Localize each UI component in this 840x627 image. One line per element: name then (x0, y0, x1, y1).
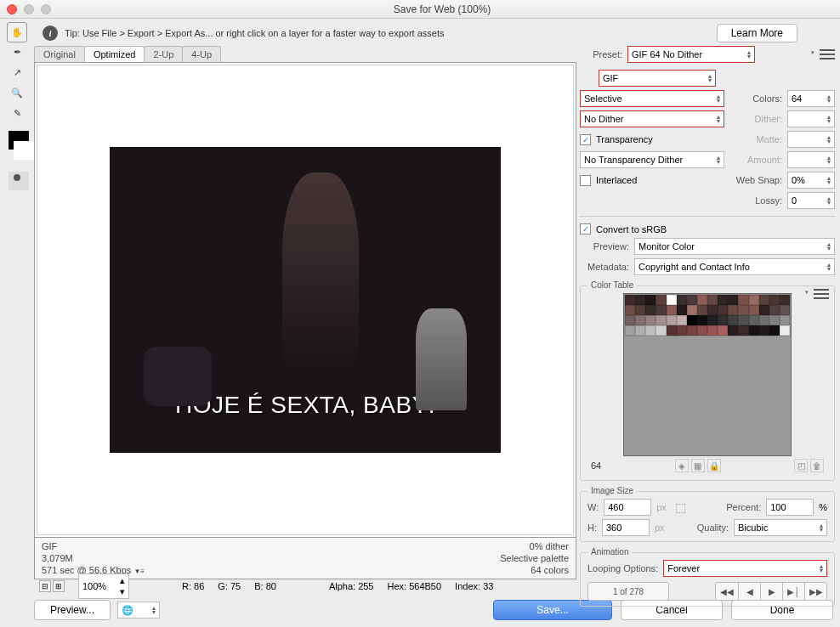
color-swatch[interactable] (759, 325, 769, 336)
learn-more-button[interactable]: Learn More (717, 24, 797, 42)
background-swatch[interactable] (14, 141, 34, 160)
color-swatch[interactable] (738, 305, 748, 315)
zoom-level-select[interactable]: 100%▴▾ (78, 573, 129, 599)
color-swatch[interactable] (738, 315, 748, 325)
color-swatch[interactable] (697, 305, 707, 315)
zoom-tool-icon[interactable]: 🔍 (7, 83, 27, 102)
percent-input[interactable]: 100 (766, 499, 814, 516)
dither-algorithm-select[interactable]: No Dither▴▾ (580, 110, 724, 127)
color-table-menu-icon[interactable] (814, 288, 829, 300)
color-swatch[interactable] (738, 325, 748, 336)
play-button[interactable]: ▶ (760, 583, 782, 600)
color-swatch[interactable] (625, 325, 635, 336)
color-swatch[interactable] (687, 325, 697, 336)
lossy-input[interactable]: 0▴▾ (787, 192, 835, 209)
color-swatch[interactable] (780, 325, 790, 336)
color-swatch[interactable] (656, 295, 666, 305)
color-swatch[interactable] (645, 325, 656, 336)
color-swatch[interactable] (697, 295, 707, 305)
color-swatch[interactable] (677, 315, 687, 325)
ct-delete-icon[interactable]: 🗑 (810, 459, 824, 472)
close-window-button[interactable] (7, 4, 17, 14)
quality-select[interactable]: Bicubic▴▾ (734, 519, 827, 536)
color-swatch[interactable] (667, 325, 677, 336)
zoom-window-button[interactable] (41, 4, 51, 14)
ct-lock-icon[interactable]: 🔒 (707, 459, 721, 472)
preset-menu-icon[interactable] (820, 48, 835, 60)
zoom-out-icon[interactable]: ⊟ (39, 580, 51, 592)
color-swatch[interactable] (635, 315, 645, 325)
color-swatch[interactable] (645, 295, 656, 305)
color-swatch[interactable] (645, 305, 656, 315)
color-swatch[interactable] (749, 295, 759, 305)
colors-input[interactable]: 64▴▾ (787, 90, 835, 107)
slice-tool-icon[interactable]: ✒︎ (7, 42, 27, 61)
color-swatch[interactable] (697, 325, 707, 336)
format-select[interactable]: GIF▴▾ (599, 70, 716, 87)
link-icon[interactable]: ⬚ (675, 500, 686, 514)
color-swatch[interactable] (677, 325, 687, 336)
color-swatch[interactable] (780, 295, 790, 305)
height-input[interactable]: 360 (602, 519, 650, 536)
color-swatch[interactable] (667, 315, 677, 325)
color-swatch[interactable] (749, 325, 759, 336)
websnap-input[interactable]: 0%▴▾ (787, 172, 835, 189)
color-swatch[interactable] (728, 295, 738, 305)
prev-frame-button[interactable]: ◀ (738, 583, 760, 600)
tab-optimized[interactable]: Optimized (84, 46, 145, 62)
looping-select[interactable]: Forever▴▾ (663, 560, 827, 577)
color-swatch[interactable] (728, 315, 738, 325)
srgb-checkbox[interactable]: ✓ (580, 223, 591, 234)
color-swatch[interactable] (769, 295, 780, 305)
tab-4up[interactable]: 4-Up (182, 46, 221, 62)
color-swatch[interactable] (718, 315, 728, 325)
color-swatch[interactable] (707, 305, 718, 315)
color-swatch[interactable] (697, 315, 707, 325)
color-swatch[interactable] (635, 325, 645, 336)
hand-tool-button[interactable]: ✋ (7, 22, 27, 42)
matte-select[interactable]: ▴▾ (787, 131, 835, 148)
color-swatch[interactable] (769, 325, 780, 336)
minimize-window-button[interactable] (24, 4, 34, 14)
color-swatch[interactable] (759, 315, 769, 325)
preset-select[interactable]: GIF 64 No Dither▴▾ (627, 46, 755, 63)
color-swatch[interactable] (769, 315, 780, 325)
color-swatch[interactable] (769, 305, 780, 315)
color-swatch[interactable] (677, 305, 687, 315)
slice-select-tool-icon[interactable]: ↗︎ (7, 63, 27, 82)
color-swatch[interactable] (728, 305, 738, 315)
eyedropper-tool-icon[interactable]: ✎ (7, 104, 27, 122)
first-frame-button[interactable]: ◀◀ (716, 583, 738, 600)
color-swatch[interactable] (759, 295, 769, 305)
transparency-dither-select[interactable]: No Transparency Dither▴▾ (580, 151, 724, 168)
color-swatch[interactable] (749, 315, 759, 325)
speed-menu-icon[interactable]: ▼≡ (133, 568, 145, 575)
color-swatch[interactable] (635, 305, 645, 315)
color-swatch[interactable] (645, 315, 656, 325)
color-swatch[interactable] (625, 305, 635, 315)
color-swatch[interactable] (759, 305, 769, 315)
color-swatch[interactable] (625, 315, 635, 325)
ct-shift-icon[interactable]: ◈ (675, 459, 689, 472)
last-frame-button[interactable]: ▶▶ (804, 583, 826, 600)
color-swatch[interactable] (707, 315, 718, 325)
color-swatch[interactable] (687, 295, 697, 305)
tab-original[interactable]: Original (34, 46, 85, 62)
color-swatch[interactable] (738, 295, 748, 305)
color-swatch[interactable] (749, 305, 759, 315)
color-reduction-select[interactable]: Selective▴▾ (580, 90, 724, 107)
preview-button[interactable]: Preview... (34, 600, 111, 620)
interlaced-checkbox[interactable] (580, 175, 591, 186)
color-swatch[interactable] (718, 305, 728, 315)
metadata-select[interactable]: Copyright and Contact Info▴▾ (634, 258, 835, 275)
browser-preview-select[interactable]: 🌐▴▾ (117, 602, 160, 619)
transparency-checkbox[interactable]: ✓ (580, 134, 591, 145)
ct-new-icon[interactable]: ◰ (794, 459, 808, 472)
zoom-in-icon[interactable]: ⊞ (53, 580, 65, 592)
color-swatch[interactable] (780, 305, 790, 315)
color-swatch[interactable] (728, 325, 738, 336)
color-swatch[interactable] (687, 315, 697, 325)
color-swatch[interactable] (718, 325, 728, 336)
color-swatch[interactable] (718, 295, 728, 305)
color-swatch[interactable] (625, 295, 635, 305)
